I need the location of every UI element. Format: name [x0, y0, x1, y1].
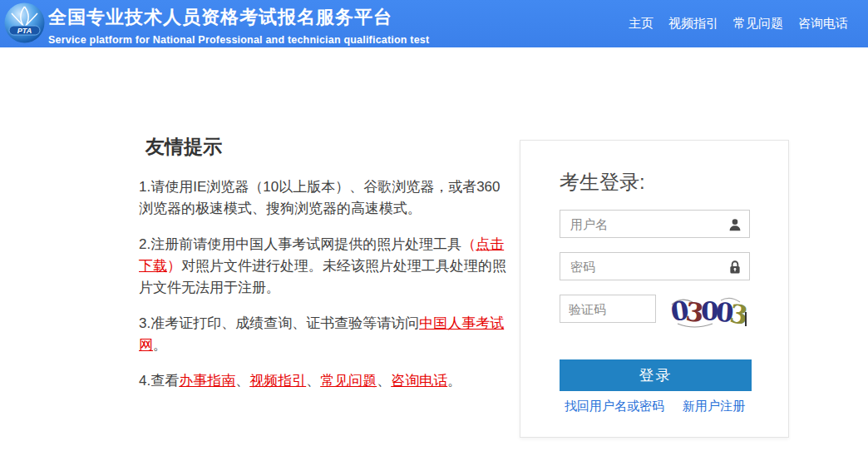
- link-service-guide[interactable]: 办事指南: [179, 373, 235, 389]
- tip-text: 2.注册前请使用中国人事考试网提供的照片处理工具: [139, 236, 461, 252]
- red-paren-open: （: [461, 236, 476, 252]
- login-heading: 考生登录:: [560, 169, 788, 196]
- login-button[interactable]: 登录: [560, 359, 752, 391]
- captcha-row: 0 3 0 0 3: [560, 295, 788, 330]
- tips-section: 友情提示 1.请使用IE浏览器（10以上版本）、谷歌浏览器，或者360浏览器的极…: [139, 134, 510, 406]
- nav-link-home[interactable]: 主页: [629, 16, 653, 32]
- password-input[interactable]: [560, 253, 749, 280]
- register-link[interactable]: 新用户注册: [683, 399, 745, 414]
- login-links-row: 找回用户名或密码 新用户注册: [560, 399, 752, 414]
- tip-separator: 、: [235, 373, 249, 389]
- captcha-input[interactable]: [560, 295, 655, 322]
- login-panel: 考生登录:: [520, 140, 789, 438]
- link-video-guide[interactable]: 视频指引: [249, 373, 306, 389]
- tip-text: 3.准考证打印、成绩查询、证书查验等请访问: [139, 315, 419, 331]
- nav-link-hotline[interactable]: 咨询电话: [798, 16, 848, 32]
- tip-separator: 、: [306, 373, 320, 389]
- username-field: [560, 210, 750, 238]
- tip-text: 。: [153, 337, 167, 353]
- captcha-image[interactable]: 0 3 0 0 3: [668, 293, 749, 330]
- link-hotline[interactable]: 咨询电话: [391, 373, 447, 389]
- tip-text: 1.请使用IE浏览器（10以上版本）、谷歌浏览器，或者360浏览器的极速模式、搜…: [139, 179, 501, 216]
- top-nav: 主页 视频指引 常见问题 咨询电话: [629, 0, 848, 47]
- tip-text: 4.查看: [139, 373, 179, 389]
- tip-item-4: 4.查看办事指南、视频指引、常见问题、咨询电话。: [139, 370, 510, 392]
- tip-item-3: 3.准考证打印、成绩查询、证书查验等请访问中国人事考试网。: [139, 313, 510, 356]
- tip-item-2: 2.注册前请使用中国人事考试网提供的照片处理工具（点击下载）对照片文件进行处理。…: [139, 234, 510, 299]
- page-subtitle: Service platform for National Profession…: [48, 34, 429, 46]
- page: PTA 全国专业技术人员资格考试报名服务平台 Service platform …: [0, 0, 868, 456]
- tip-separator: 、: [377, 373, 391, 389]
- nav-link-faq[interactable]: 常见问题: [733, 16, 783, 32]
- tips-heading: 友情提示: [145, 134, 510, 160]
- captcha-field: [560, 295, 656, 323]
- link-faq[interactable]: 常见问题: [320, 373, 377, 389]
- tip-text: 。: [447, 373, 461, 389]
- tip-item-1: 1.请使用IE浏览器（10以上版本）、谷歌浏览器，或者360浏览器的极速模式、搜…: [139, 176, 510, 220]
- forgot-password-link[interactable]: 找回用户名或密码: [565, 399, 664, 414]
- login-panel-inner: 考生登录:: [520, 141, 788, 414]
- nav-link-video-guide[interactable]: 视频指引: [668, 16, 718, 32]
- title-block: 全国专业技术人员资格考试报名服务平台 Service platform for …: [48, 5, 429, 46]
- red-paren-close: ）: [167, 258, 181, 274]
- captcha-cursor-mark: [745, 312, 747, 326]
- logo-text: PTA: [17, 27, 32, 35]
- header-bar: PTA 全国专业技术人员资格考试报名服务平台 Service platform …: [0, 0, 868, 47]
- tip-text: 对照片文件进行处理。未经该照片处理工具处理的照片文件无法用于注册。: [139, 258, 506, 295]
- page-title: 全国专业技术人员资格考试报名服务平台: [48, 5, 429, 30]
- username-input[interactable]: [560, 211, 749, 237]
- pta-logo-icon: PTA: [4, 2, 45, 43]
- password-field: [560, 252, 750, 280]
